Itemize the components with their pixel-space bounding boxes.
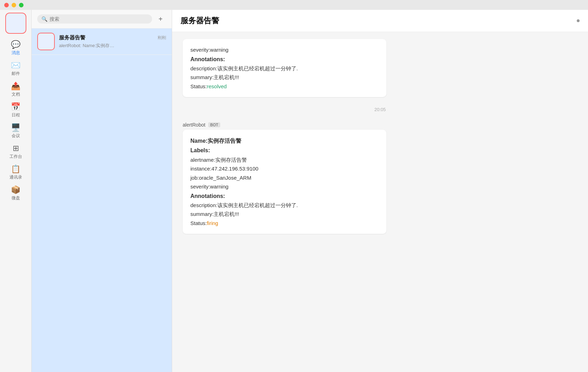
- chat-title: 服务器告警: [181, 15, 219, 26]
- sidebar-item-disk-label: 微盘: [12, 195, 20, 201]
- minimize-button[interactable]: [12, 3, 16, 7]
- close-button[interactable]: [4, 3, 9, 7]
- contacts-icon: 📋: [11, 165, 20, 173]
- messages-area: severity:warning Annotations: descriptio…: [172, 32, 588, 372]
- messages-icon: 💬: [11, 41, 20, 49]
- msg1-annotations-label: Annotations:: [190, 54, 379, 64]
- calendar-icon: 📅: [11, 103, 20, 111]
- sidebar-item-email[interactable]: ✉️ 邮件: [0, 59, 31, 79]
- bot-label-row: alertRobot BOT: [183, 122, 577, 128]
- sidebar-item-docs[interactable]: 📤 文档: [0, 79, 31, 100]
- msg2-status: Status:firing: [190, 219, 379, 228]
- disk-icon: 📦: [11, 186, 20, 194]
- msg2-summary: summary:主机宕机!!!: [190, 210, 379, 219]
- sidebar-item-workbench[interactable]: ⊞ 工作台: [0, 142, 31, 162]
- sidebar-item-contacts-label: 通讯录: [9, 174, 22, 180]
- msg1-status: Status:resolved: [190, 82, 379, 91]
- msg2-status-value: firing: [207, 220, 218, 226]
- search-bar[interactable]: 🔍: [37, 14, 152, 24]
- msg2-job: job:oracle_SanJose_ARM: [190, 173, 379, 182]
- sidebar-item-disk[interactable]: 📦 微盘: [0, 183, 31, 204]
- msg2-labels: Labels:: [190, 146, 379, 155]
- msg1-summary: summary:主机宕机!!!: [190, 73, 379, 82]
- msg2-name: Name:实例存活告警: [190, 136, 379, 146]
- chat-list-panel: 🔍 + 服务器告警 刚刚 alertRobot: Name:实例存…: [32, 10, 172, 372]
- titlebar: [0, 0, 588, 10]
- search-input[interactable]: [50, 16, 148, 22]
- email-icon: ✉️: [11, 62, 20, 69]
- chat-item-time: 刚刚: [158, 35, 166, 41]
- sidebar-item-docs-label: 文档: [12, 91, 20, 97]
- chat-list-item[interactable]: 服务器告警 刚刚 alertRobot: Name:实例存…: [32, 28, 172, 55]
- sidebar: 💬 消息 ✉️ 邮件 📤 文档 📅 日程 🖥️ 会议 ⊞ 工作台 📋 通讯录 📦: [0, 10, 32, 372]
- sidebar-item-workbench-label: 工作台: [9, 154, 22, 160]
- msg2-alertname: alertname:实例存活告警: [190, 155, 379, 165]
- sidebar-item-meeting[interactable]: 🖥️ 会议: [0, 121, 31, 142]
- message-bubble-2: Name:实例存活告警 Labels: alertname:实例存活告警 ins…: [183, 130, 386, 234]
- chat-header: 服务器告警: [172, 10, 588, 32]
- chat-item-preview: alertRobot: Name:实例存…: [59, 43, 166, 49]
- app-layout: 💬 消息 ✉️ 邮件 📤 文档 📅 日程 🖥️ 会议 ⊞ 工作台 📋 通讯录 📦: [0, 10, 588, 372]
- workbench-icon: ⊞: [13, 145, 19, 152]
- search-icon: 🔍: [41, 16, 47, 22]
- bot-sender: alertRobot: [183, 122, 205, 128]
- msg1-status-value: resolved: [207, 83, 227, 89]
- message-bubble-1: severity:warning Annotations: descriptio…: [183, 39, 386, 97]
- chat-name-row: 服务器告警 刚刚: [59, 34, 166, 41]
- sidebar-item-messages-label: 消息: [12, 50, 20, 56]
- msg1-description: description:该实例主机已经宕机超过一分钟了.: [190, 64, 379, 73]
- add-chat-button[interactable]: +: [155, 13, 166, 25]
- msg2-instance: instance:47.242.196.53:9100: [190, 164, 379, 173]
- chat-header-dot: [577, 19, 580, 22]
- docs-icon: 📤: [11, 82, 20, 90]
- chat-item-name: 服务器告警: [59, 34, 85, 41]
- sidebar-item-calendar-label: 日程: [12, 112, 20, 118]
- meeting-icon: 🖥️: [11, 124, 20, 132]
- sidebar-item-contacts[interactable]: 📋 通讯录: [0, 162, 31, 183]
- msg2-severity: severity:warning: [190, 182, 379, 191]
- sidebar-item-meeting-label: 会议: [12, 133, 20, 139]
- sidebar-item-messages[interactable]: 💬 消息: [0, 38, 31, 59]
- msg2-annotations-label: Annotations:: [190, 191, 379, 201]
- maximize-button[interactable]: [19, 3, 24, 7]
- chat-item-avatar: [37, 33, 55, 50]
- chat-empty-area: [32, 55, 172, 372]
- timestamp-1: 20:05: [183, 107, 577, 112]
- sidebar-item-calendar[interactable]: 📅 日程: [0, 100, 31, 121]
- user-avatar: [5, 13, 26, 34]
- sidebar-item-email-label: 邮件: [12, 71, 20, 77]
- bot-message-2: alertRobot BOT Name:实例存活告警 Labels: alert…: [183, 122, 577, 234]
- chat-item-info: 服务器告警 刚刚 alertRobot: Name:实例存…: [59, 34, 166, 49]
- chat-main: 服务器告警 severity:warning Annotations: desc…: [172, 10, 588, 372]
- msg1-severity: severity:warning: [190, 45, 379, 54]
- chat-list-header: 🔍 +: [32, 10, 172, 28]
- msg2-description: description:该实例主机已经宕机超过一分钟了.: [190, 201, 379, 210]
- bot-badge: BOT: [208, 122, 221, 127]
